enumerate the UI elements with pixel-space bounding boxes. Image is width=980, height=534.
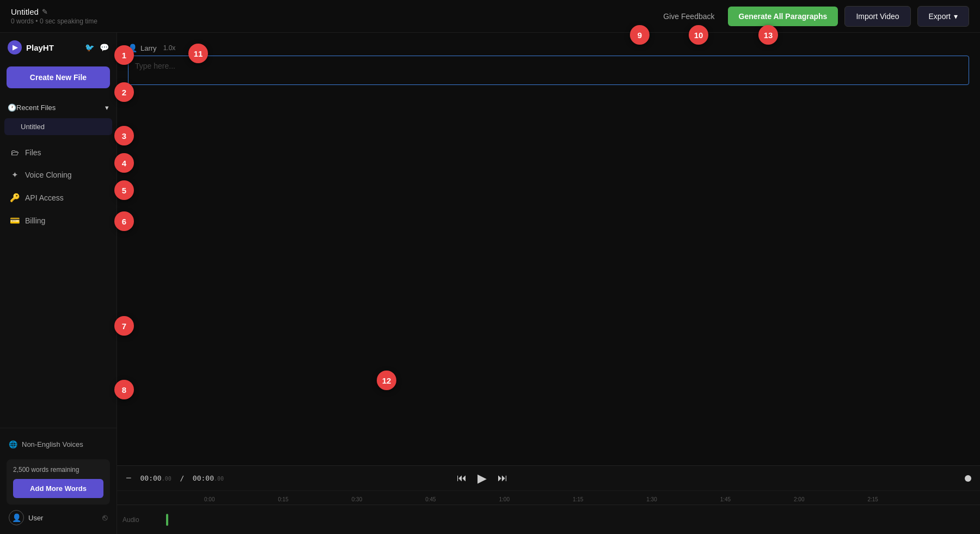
player-controls: ⏮ ▶ ⏭ bbox=[457, 471, 507, 486]
translate-icon: 🌐 bbox=[9, 440, 17, 448]
recent-files-chevron-icon: ▾ bbox=[105, 104, 109, 112]
content-area: 👤 Larry 1.0x − 00:00.00 / 00:00.00 ⏮ ▶ ⏭ bbox=[117, 33, 980, 534]
words-remaining-box: 2,500 words remaining Add More Words bbox=[7, 459, 110, 505]
import-video-button[interactable]: Import Video bbox=[844, 6, 910, 27]
sidebar-item-api-access[interactable]: 🔑 API Access bbox=[2, 187, 114, 209]
sidebar-item-files[interactable]: 🗁 Files bbox=[2, 142, 114, 163]
export-chevron-icon: ▾ bbox=[954, 12, 958, 21]
social-icons: 🐦 💬 bbox=[85, 43, 109, 52]
play-pause-button[interactable]: ▶ bbox=[477, 471, 487, 486]
tick-7: 1:45 bbox=[720, 496, 731, 502]
header: Untitled ✎ 0 words • 0 sec speaking time… bbox=[0, 0, 980, 33]
skip-forward-button[interactable]: ⏭ bbox=[498, 472, 507, 484]
player-minus-icon[interactable]: − bbox=[126, 472, 132, 484]
feedback-button[interactable]: Give Feedback bbox=[657, 8, 721, 25]
document-title: Untitled bbox=[11, 7, 39, 16]
tick-6: 1:30 bbox=[646, 496, 657, 502]
sidebar-spacer bbox=[0, 235, 117, 428]
api-key-icon: 🔑 bbox=[10, 193, 20, 203]
billing-icon: 💳 bbox=[10, 216, 20, 226]
recent-files-header[interactable]: 🕐 Recent Files ▾ bbox=[0, 98, 117, 117]
sidebar-files-label: Files bbox=[25, 148, 41, 157]
paragraph-text-input[interactable] bbox=[128, 56, 969, 85]
sidebar-item-voice-cloning[interactable]: ✦ Voice Cloning bbox=[2, 164, 114, 186]
folder-icon: 🗁 bbox=[10, 148, 20, 157]
non-english-voices-item[interactable]: 🌐 Non-English Voices bbox=[7, 435, 110, 454]
voice-name: Larry bbox=[140, 44, 157, 52]
player-bar: − 00:00.00 / 00:00.00 ⏮ ▶ ⏭ bbox=[117, 465, 980, 490]
tick-2: 0:30 bbox=[352, 496, 362, 502]
user-name: User bbox=[28, 514, 43, 522]
track-audio-marker bbox=[166, 514, 168, 526]
timeline-area: 0:00 0:15 0:30 0:45 1:00 1:15 1:30 1:45 … bbox=[117, 490, 980, 534]
skip-back-button[interactable]: ⏮ bbox=[457, 472, 467, 484]
export-button[interactable]: Export ▾ bbox=[917, 6, 969, 27]
app-logo-icon: ▶ bbox=[8, 40, 22, 54]
editor-area: 👤 Larry 1.0x bbox=[117, 33, 980, 465]
add-more-words-button[interactable]: Add More Words bbox=[13, 479, 103, 498]
timeline-track-row: Audio bbox=[117, 505, 980, 534]
discord-icon[interactable]: 💬 bbox=[100, 43, 109, 52]
header-title-row: Untitled ✎ bbox=[11, 7, 97, 16]
logo-play-char: ▶ bbox=[13, 44, 17, 51]
tick-1: 0:15 bbox=[278, 496, 288, 502]
tick-9: 2:15 bbox=[867, 496, 878, 502]
track-label: Audio bbox=[122, 516, 161, 524]
app-name: PlayHT bbox=[26, 43, 54, 52]
voice-speed[interactable]: 1.0x bbox=[163, 44, 176, 52]
recent-files-label: Recent Files bbox=[16, 104, 56, 112]
sidebar-voice-cloning-label: Voice Cloning bbox=[25, 171, 72, 179]
document-meta: 0 words • 0 sec speaking time bbox=[11, 17, 97, 25]
sidebar: ▶ PlayHT 🐦 💬 Create New File 🕐 Recent Fi… bbox=[0, 33, 117, 534]
user-info: 👤 User bbox=[9, 510, 43, 525]
export-label: Export bbox=[929, 12, 951, 21]
user-row: 👤 User ⎋ bbox=[7, 505, 110, 527]
player-current-time: 00:00.00 / 00:00.00 bbox=[140, 474, 224, 482]
sidebar-api-label: API Access bbox=[25, 193, 64, 202]
create-new-file-button[interactable]: Create New File bbox=[7, 66, 110, 88]
user-avatar: 👤 bbox=[9, 510, 24, 525]
sidebar-top: Create New File bbox=[0, 59, 117, 96]
generate-all-button[interactable]: Generate All Paragraphs bbox=[728, 7, 838, 26]
voice-cloning-icon: ✦ bbox=[10, 170, 20, 180]
clock-icon: 🕐 bbox=[8, 104, 16, 112]
words-remaining-text: 2,500 words remaining bbox=[13, 466, 103, 474]
volume-knob[interactable] bbox=[965, 475, 971, 482]
header-left: Untitled ✎ 0 words • 0 sec speaking time bbox=[11, 7, 97, 25]
recent-file-item[interactable]: Untitled bbox=[4, 118, 112, 135]
tick-0: 0:00 bbox=[204, 496, 215, 502]
app-logo-row: ▶ PlayHT 🐦 💬 bbox=[0, 33, 117, 59]
timeline-ruler: 0:00 0:15 0:30 0:45 1:00 1:15 1:30 1:45 … bbox=[117, 491, 980, 505]
header-right: Give Feedback Generate All Paragraphs Im… bbox=[657, 6, 969, 27]
paragraph-block: 👤 Larry 1.0x bbox=[128, 44, 969, 87]
tick-5: 1:15 bbox=[573, 496, 583, 502]
track-body[interactable] bbox=[161, 512, 980, 528]
voice-selector[interactable]: 👤 Larry bbox=[128, 44, 157, 52]
voice-person-icon: 👤 bbox=[128, 44, 137, 52]
main-layout: ▶ PlayHT 🐦 💬 Create New File 🕐 Recent Fi… bbox=[0, 33, 980, 534]
non-english-label: Non-English Voices bbox=[22, 440, 83, 448]
logout-icon[interactable]: ⎋ bbox=[102, 513, 108, 523]
tick-3: 0:45 bbox=[425, 496, 436, 502]
recent-files-section: 🕐 Recent Files ▾ Untitled bbox=[0, 96, 117, 138]
tick-8: 2:00 bbox=[794, 496, 804, 502]
sidebar-bottom: 🌐 Non-English Voices 2,500 words remaini… bbox=[0, 428, 117, 534]
nav-section: 🗁 Files ✦ Voice Cloning 🔑 API Access 💳 B… bbox=[0, 138, 117, 235]
tick-container: 0:00 0:15 0:30 0:45 1:00 1:15 1:30 1:45 … bbox=[204, 491, 980, 505]
twitter-icon[interactable]: 🐦 bbox=[85, 43, 94, 52]
tick-4: 1:00 bbox=[499, 496, 510, 502]
edit-title-icon[interactable]: ✎ bbox=[42, 8, 48, 16]
sidebar-item-billing[interactable]: 💳 Billing bbox=[2, 210, 114, 232]
paragraph-header: 👤 Larry 1.0x bbox=[128, 44, 969, 52]
sidebar-billing-label: Billing bbox=[25, 216, 45, 225]
